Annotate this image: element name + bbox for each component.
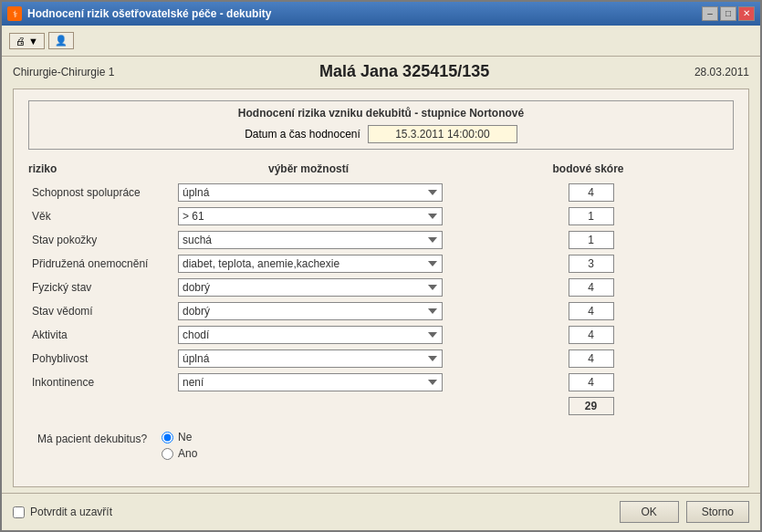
risk-label: Aktivita <box>28 323 174 347</box>
risk-select-cell: úplná <box>174 347 448 370</box>
date-row-label: Datum a čas hodnocení <box>245 128 360 141</box>
score-cell <box>448 347 734 370</box>
risk-select-cell: suchá <box>174 228 448 252</box>
score-input-1 <box>569 207 614 225</box>
footer-left: Potvrdit a uzavřít <box>13 506 112 518</box>
footer: Potvrdit a uzavřít OK Storno <box>2 493 760 530</box>
radio-ne-item[interactable]: Ne <box>162 431 197 443</box>
main-window: ⚕ Hodnocení rizik ošetřovatelské péče - … <box>0 0 762 532</box>
risk-label: Stav pokožky <box>28 228 174 252</box>
app-icon: ⚕ <box>7 6 22 21</box>
risk-label: Věk <box>28 204 174 228</box>
radio-ano[interactable] <box>162 448 173 460</box>
user-icon: 👤 <box>55 35 68 47</box>
dekubitus-radio-group: Ne Ano <box>162 431 197 460</box>
risk-select-6[interactable]: chodí <box>178 326 443 344</box>
score-cell <box>448 204 734 228</box>
section-title: Hodnocení rizika vzniku dekubitů - stupn… <box>38 107 724 120</box>
score-cell <box>448 181 734 204</box>
footer-buttons: OK Storno <box>620 501 749 523</box>
section-box: Hodnocení rizika vzniku dekubitů - stupn… <box>28 100 734 150</box>
maximize-button[interactable]: □ <box>720 6 736 21</box>
score-input-8 <box>569 373 614 391</box>
date-input[interactable] <box>368 125 517 143</box>
dekubitus-row: Má pacient dekubitus? Ne Ano <box>37 431 734 460</box>
close-button[interactable]: ✕ <box>738 6 755 21</box>
table-row: Stav vědomídobrý <box>28 299 734 323</box>
risk-table: riziko výběr možností bodové skóre Schop… <box>28 161 734 418</box>
risk-select-cell: dobrý <box>174 299 448 323</box>
score-cell <box>448 252 734 276</box>
risk-label: Přidružená onemocnění <box>28 252 174 276</box>
score-cell <box>448 276 734 299</box>
radio-ne-label: Ne <box>178 431 192 443</box>
confirm-checkbox[interactable] <box>13 506 25 518</box>
col-vybermoznosti: výběr možností <box>174 161 448 181</box>
risk-select-7[interactable]: úplná <box>178 349 443 368</box>
risk-label: Stav vědomí <box>28 299 174 323</box>
risk-select-cell: úplná <box>174 181 448 204</box>
col-riziko: riziko <box>28 161 174 181</box>
radio-ano-label: Ano <box>178 447 197 460</box>
table-row: Přidružená onemocněnídiabet, teplota, an… <box>28 252 734 276</box>
content-area: Chirurgie-Chirurgie 1 Malá Jana 325415/1… <box>2 57 760 493</box>
risk-select-cell: není <box>174 370 448 394</box>
risk-select-cell: dobrý <box>174 276 448 299</box>
score-cell <box>448 323 734 347</box>
window-controls: – □ ✕ <box>702 6 755 21</box>
table-row: Schopnost spolupráceúplná <box>28 181 734 204</box>
printer-icon: 🖨 <box>16 36 26 47</box>
ok-button[interactable]: OK <box>620 501 679 523</box>
risk-label: Inkontinence <box>28 370 174 394</box>
risk-select-0[interactable]: úplná <box>178 183 443 202</box>
patient-name: Malá Jana 325415/135 <box>319 62 489 81</box>
department-label: Chirurgie-Chirurgie 1 <box>13 66 114 78</box>
risk-select-3[interactable]: diabet, teplota, anemie,kachexie <box>178 255 443 273</box>
risk-label: Schopnost spolupráce <box>28 181 174 204</box>
risk-select-cell: chodí <box>174 323 448 347</box>
score-input-6 <box>569 326 614 344</box>
risk-select-cell: diabet, teplota, anemie,kachexie <box>174 252 448 276</box>
title-bar: ⚕ Hodnocení rizik ošetřovatelské péče - … <box>2 2 760 26</box>
user-button[interactable]: 👤 <box>48 32 74 49</box>
score-cell <box>448 228 734 252</box>
risk-select-4[interactable]: dobrý <box>178 278 443 297</box>
table-row: Stav pokožkysuchá <box>28 228 734 252</box>
header-row: Chirurgie-Chirurgie 1 Malá Jana 325415/1… <box>13 62 749 81</box>
header-date: 28.03.2011 <box>694 66 749 78</box>
radio-ano-item[interactable]: Ano <box>162 447 197 460</box>
radio-ne[interactable] <box>162 432 173 443</box>
table-row: Fyzický stavdobrý <box>28 276 734 299</box>
score-cell <box>448 370 734 394</box>
score-input-5 <box>569 302 614 320</box>
risk-select-1[interactable]: > 61 <box>178 207 443 225</box>
score-input-4 <box>569 278 614 297</box>
total-score-input <box>569 397 614 415</box>
main-panel: Hodnocení rizika vzniku dekubitů - stupn… <box>13 89 749 487</box>
score-input-3 <box>569 255 614 273</box>
table-row: Věk> 61 <box>28 204 734 228</box>
risk-label: Pohyblivost <box>28 347 174 370</box>
print-dropdown-arrow: ▼ <box>28 36 38 47</box>
dekubitus-question: Má pacient dekubitus? <box>37 431 147 445</box>
score-input-0 <box>569 183 614 202</box>
window-title: Hodnocení rizik ošetřovatelské péče - de… <box>27 7 702 20</box>
dekubitus-section: Má pacient dekubitus? Ne Ano <box>28 431 734 460</box>
table-row: Aktivitachodí <box>28 323 734 347</box>
table-row: Inkontinencenení <box>28 370 734 394</box>
score-input-2 <box>569 231 614 249</box>
cancel-button[interactable]: Storno <box>686 501 749 523</box>
col-bodoveskore: bodové skóre <box>448 161 734 181</box>
risk-select-2[interactable]: suchá <box>178 231 443 249</box>
date-row: Datum a čas hodnocení <box>38 125 724 143</box>
risk-select-cell: > 61 <box>174 204 448 228</box>
risk-select-5[interactable]: dobrý <box>178 302 443 320</box>
toolbar: 🖨 ▼ 👤 <box>2 26 760 57</box>
print-button[interactable]: 🖨 ▼ <box>9 33 45 49</box>
minimize-button[interactable]: – <box>702 6 718 21</box>
score-cell <box>448 299 734 323</box>
risk-label: Fyzický stav <box>28 276 174 299</box>
risk-select-8[interactable]: není <box>178 373 443 391</box>
score-input-7 <box>569 349 614 368</box>
table-row: Pohyblivostúplná <box>28 347 734 370</box>
